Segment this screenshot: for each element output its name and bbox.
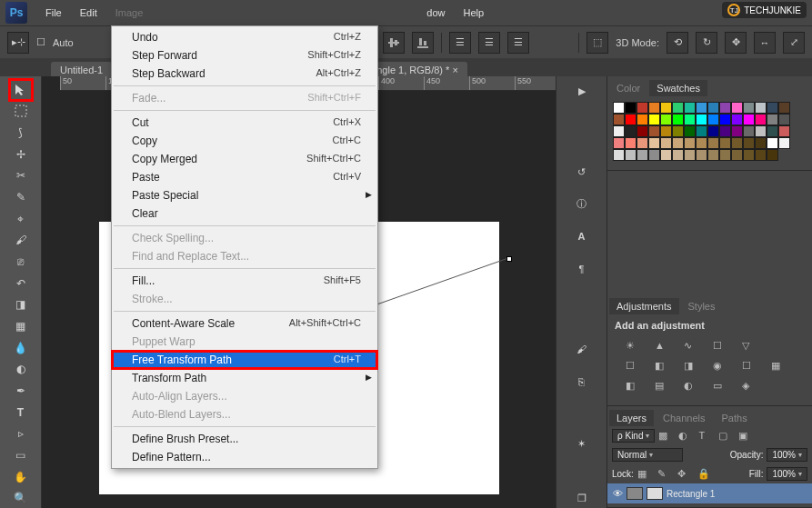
lock-all-icon[interactable]: 🔒 bbox=[697, 468, 714, 481]
menu-item-copy[interactable]: CopyCtrl+C bbox=[112, 132, 377, 150]
swatch[interactable] bbox=[778, 137, 790, 149]
align-left-icon[interactable]: ☰ bbox=[449, 32, 471, 54]
wand-icon[interactable]: ✶ bbox=[572, 434, 592, 454]
tool-shape[interactable]: ▭ bbox=[10, 445, 32, 465]
curves-icon[interactable]: ∿ bbox=[684, 340, 700, 353]
tab-channels[interactable]: Channels bbox=[656, 410, 712, 426]
swatch[interactable] bbox=[660, 125, 672, 137]
swatch[interactable] bbox=[707, 149, 719, 161]
poster-icon[interactable]: ▤ bbox=[655, 380, 671, 393]
swatch[interactable] bbox=[755, 114, 767, 125]
invert-icon[interactable]: ◧ bbox=[626, 380, 642, 393]
swatch[interactable] bbox=[707, 114, 719, 125]
swatch[interactable] bbox=[625, 137, 637, 149]
tool-eraser[interactable]: ◨ bbox=[10, 295, 32, 315]
swatch[interactable] bbox=[696, 102, 707, 114]
swatch[interactable] bbox=[672, 102, 684, 114]
tool-type[interactable]: T bbox=[10, 403, 32, 423]
tool-zoom[interactable]: 🔍 bbox=[10, 488, 32, 508]
visibility-icon[interactable]: 👁 bbox=[613, 488, 623, 499]
tab-adjustments[interactable]: Adjustments bbox=[609, 298, 679, 314]
tool-clone[interactable]: ⎚ bbox=[10, 252, 32, 272]
swatch[interactable] bbox=[743, 125, 755, 137]
slide-3d-icon[interactable]: ↔ bbox=[754, 32, 776, 54]
gradmap-icon[interactable]: ▭ bbox=[713, 380, 729, 393]
swatch[interactable] bbox=[731, 114, 743, 125]
menu-file[interactable]: File bbox=[36, 0, 71, 25]
swatch[interactable] bbox=[660, 114, 672, 125]
swatch[interactable] bbox=[648, 137, 660, 149]
color-bal-icon[interactable]: ◧ bbox=[655, 360, 671, 373]
swatch[interactable] bbox=[778, 114, 790, 125]
swatch[interactable] bbox=[731, 125, 743, 137]
packages-icon[interactable]: ❒ bbox=[572, 489, 592, 509]
swatch[interactable] bbox=[778, 125, 790, 137]
levels-icon[interactable]: ▲ bbox=[655, 340, 671, 353]
swatch[interactable] bbox=[637, 125, 648, 137]
swatch[interactable] bbox=[719, 114, 731, 125]
swatch[interactable] bbox=[672, 114, 684, 125]
pan-3d-icon[interactable]: ✥ bbox=[725, 32, 747, 54]
menu-item-paste-special[interactable]: Paste Special▶ bbox=[112, 186, 377, 204]
char-icon[interactable]: A bbox=[572, 227, 592, 247]
swatch[interactable] bbox=[625, 102, 637, 114]
swatch[interactable] bbox=[719, 102, 731, 114]
menu-image[interactable]: Image bbox=[106, 0, 153, 25]
swatch[interactable] bbox=[707, 102, 719, 114]
blend-mode-select[interactable]: Normal▾ bbox=[612, 448, 683, 462]
lock-trans-icon[interactable]: ▦ bbox=[637, 468, 654, 481]
swatch[interactable] bbox=[660, 102, 672, 114]
tab-layers[interactable]: Layers bbox=[609, 410, 654, 426]
swatch[interactable] bbox=[684, 102, 696, 114]
swatch[interactable] bbox=[707, 125, 719, 137]
swatch[interactable] bbox=[719, 137, 731, 149]
menu-window-partial[interactable]: dow bbox=[417, 0, 454, 25]
align-hmid-icon[interactable]: ☰ bbox=[478, 32, 500, 54]
tool-gradient[interactable]: ▦ bbox=[10, 316, 32, 336]
info-icon[interactable]: ⓘ bbox=[572, 194, 592, 214]
vibrance-icon[interactable]: ▽ bbox=[742, 340, 758, 353]
tool-eyedropper[interactable]: ✎ bbox=[10, 187, 32, 207]
menu-item-transform-path[interactable]: Transform Path▶ bbox=[112, 369, 377, 387]
swatch[interactable] bbox=[648, 102, 660, 114]
swatch[interactable] bbox=[648, 149, 660, 161]
tool-quick-select[interactable]: ✢ bbox=[10, 144, 32, 164]
swatch[interactable] bbox=[684, 149, 696, 161]
align-bottom-icon[interactable] bbox=[412, 32, 434, 54]
menu-item-step-forward[interactable]: Step ForwardShift+Ctrl+Z bbox=[112, 46, 377, 65]
menu-item-step-backward[interactable]: Step BackwardAlt+Ctrl+Z bbox=[112, 65, 377, 83]
swatch[interactable] bbox=[660, 137, 672, 149]
tab-color[interactable]: Color bbox=[609, 80, 647, 96]
menu-edit[interactable]: Edit bbox=[71, 0, 106, 25]
play-icon[interactable]: ▶ bbox=[572, 82, 592, 102]
swatch[interactable] bbox=[625, 125, 637, 137]
swatch[interactable] bbox=[613, 137, 625, 149]
lock-pixel-icon[interactable]: ✎ bbox=[657, 468, 674, 481]
menu-item-cut[interactable]: CutCtrl+X bbox=[112, 114, 377, 132]
menu-item-free-transform-path[interactable]: Free Transform PathCtrl+T bbox=[112, 351, 377, 369]
document-tab-active[interactable]: Untitled-1 bbox=[51, 62, 112, 76]
swatch[interactable] bbox=[672, 125, 684, 137]
tool-blur[interactable]: 💧 bbox=[10, 338, 32, 358]
history-icon[interactable]: ↺ bbox=[572, 163, 592, 183]
filter-shape-icon[interactable]: ▢ bbox=[718, 430, 735, 443]
para-icon[interactable]: ¶ bbox=[572, 259, 592, 279]
orbit-3d-icon[interactable]: ⟲ bbox=[667, 32, 688, 54]
swatch[interactable] bbox=[767, 114, 778, 125]
filter-smart-icon[interactable]: ▣ bbox=[738, 430, 755, 443]
swatch[interactable] bbox=[613, 114, 625, 125]
tool-healing[interactable]: ⌖ bbox=[10, 209, 32, 229]
swatch[interactable] bbox=[672, 137, 684, 149]
menu-item-copy-merged[interactable]: Copy MergedShift+Ctrl+C bbox=[112, 150, 377, 168]
scale-3d-icon[interactable]: ⤢ bbox=[783, 32, 805, 54]
swatch[interactable] bbox=[778, 102, 790, 114]
swatch[interactable] bbox=[755, 149, 767, 161]
filter-type-icon[interactable]: T bbox=[698, 430, 715, 443]
tool-pen[interactable]: ✒ bbox=[10, 381, 32, 401]
swatch[interactable] bbox=[660, 149, 672, 161]
menu-item-paste[interactable]: PasteCtrl+V bbox=[112, 168, 377, 186]
tool-brush[interactable]: 🖌 bbox=[10, 231, 32, 251]
rotate-3d-icon[interactable]: ↻ bbox=[696, 32, 717, 54]
swatch[interactable] bbox=[613, 149, 625, 161]
swatch[interactable] bbox=[648, 114, 660, 125]
